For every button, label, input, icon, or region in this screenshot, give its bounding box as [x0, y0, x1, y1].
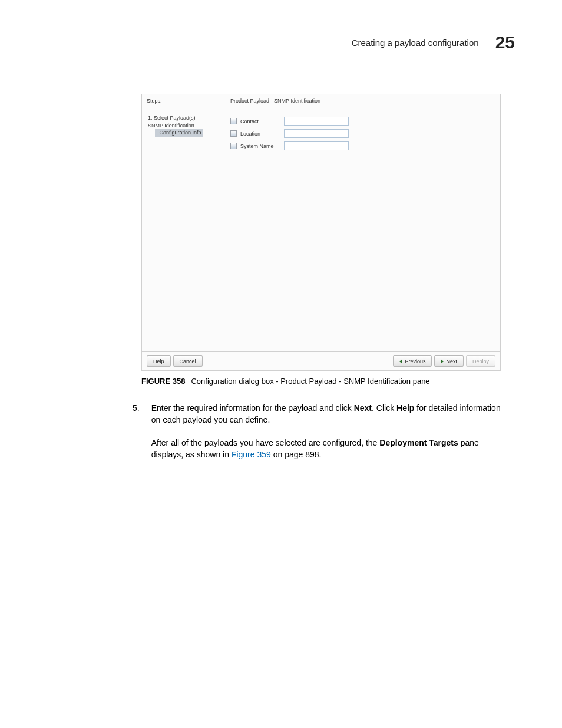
deployment-targets-text: Deployment Targets [379, 438, 458, 447]
next-button[interactable]: Next [434, 355, 464, 367]
cancel-button-label: Cancel [180, 358, 196, 364]
figure-caption-text: Configuration dialog box - Product Paylo… [191, 377, 429, 386]
help-button[interactable]: Help [147, 355, 171, 367]
step-5-number: 5. [133, 402, 140, 460]
step-5-content: Enter the required information for the p… [151, 402, 510, 460]
next-icon [441, 359, 444, 364]
page: Creating a payload configuration 25 Step… [0, 0, 562, 728]
step-5: 5. Enter the required information for th… [133, 402, 510, 460]
left-buttons: Help Cancel [147, 355, 203, 367]
step-configuration-info-label: - Configuration Info [155, 129, 203, 137]
right-buttons: Previous Next Deploy [393, 355, 495, 367]
step-5-para-2: After all of the payloads you have selec… [151, 437, 510, 461]
next-button-label: Next [446, 358, 457, 364]
steps-list: 1. Select Payload(s) SNMP Identification… [147, 114, 219, 137]
step-configuration-info[interactable]: - Configuration Info [147, 129, 219, 137]
figure-label: FIGURE 358 [141, 377, 185, 386]
figure-358: Steps: 1. Select Payload(s) SNMP Identif… [141, 94, 527, 386]
page-number: 25 [495, 32, 515, 52]
contact-input[interactable] [284, 117, 349, 126]
deploy-button-label: Deploy [472, 358, 489, 364]
snmp-config-dialog: Steps: 1. Select Payload(s) SNMP Identif… [141, 94, 501, 371]
step-select-payloads[interactable]: 1. Select Payload(s) [147, 114, 219, 122]
dialog-footer: Help Cancel Previous Next Deploy [142, 351, 500, 370]
pane-title: Product Payload - SNMP Identification [230, 98, 494, 104]
page-header: Creating a payload configuration 25 [35, 32, 527, 52]
figure-359-link[interactable]: Figure 359 [232, 450, 271, 459]
previous-button[interactable]: Previous [393, 355, 432, 367]
help-button-label: Help [153, 358, 164, 364]
step-snmp-identification[interactable]: SNMP Identification [147, 122, 219, 130]
location-input[interactable] [284, 129, 349, 138]
location-checkbox[interactable] [230, 130, 237, 137]
help-text: Help [396, 403, 414, 413]
next-text: Next [354, 403, 372, 413]
header-title: Creating a payload configuration [352, 38, 479, 48]
system-name-input[interactable] [284, 141, 349, 150]
system-name-checkbox[interactable] [230, 143, 237, 149]
cancel-button[interactable]: Cancel [173, 355, 203, 367]
contact-label: Contact [240, 118, 280, 124]
step-5-para-1: Enter the required information for the p… [151, 402, 510, 426]
dialog-body: Steps: 1. Select Payload(s) SNMP Identif… [142, 94, 500, 351]
deploy-button: Deploy [466, 355, 495, 367]
previous-button-label: Previous [405, 358, 425, 364]
contact-checkbox[interactable] [230, 118, 237, 124]
system-name-label: System Name [240, 143, 280, 149]
previous-icon [399, 359, 402, 364]
figure-caption: FIGURE 358Configuration dialog box - Pro… [141, 377, 527, 386]
steps-label: Steps: [147, 98, 219, 104]
system-name-row: System Name [230, 141, 494, 150]
steps-pane: Steps: 1. Select Payload(s) SNMP Identif… [142, 94, 224, 351]
location-label: Location [240, 131, 280, 137]
location-row: Location [230, 129, 494, 138]
snmp-identification-pane: Product Payload - SNMP Identification Co… [224, 94, 500, 351]
body-text: 5. Enter the required information for th… [133, 402, 510, 460]
contact-row: Contact [230, 117, 494, 126]
